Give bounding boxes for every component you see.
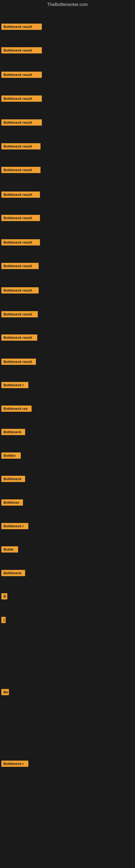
bottleneck-badge[interactable]: Bottleneck result [1,47,42,54]
bottleneck-badge[interactable]: Bottlenec [1,499,23,506]
bottleneck-badge[interactable]: Bottleneck [1,429,25,435]
bottleneck-item-26: | [1,617,6,624]
bottleneck-badge[interactable]: Bottleneck result [1,311,38,317]
bottleneck-badge[interactable]: Bottleneck result [1,24,42,30]
bottleneck-badge[interactable]: Bottleneck result [1,335,37,341]
bottleneck-item-2: Bottleneck result [1,47,42,55]
bottleneck-badge[interactable]: Bottleneck result [1,95,42,102]
bottleneck-badge[interactable]: Bottleneck res [1,405,32,412]
bottleneck-item-17: Bottleneck res [1,405,32,413]
bottleneck-item-11: Bottleneck result [1,263,39,270]
bottleneck-badge[interactable]: Bottleneck r [1,382,28,388]
bottleneck-item-7: Bottleneck result [1,167,41,174]
bottleneck-badge[interactable]: Bottleneck [1,476,25,482]
bottleneck-badge[interactable]: Bottleneck r [1,761,28,767]
bottleneck-badge[interactable]: Bottleneck result [1,215,40,221]
bottleneck-item-25: B [1,593,7,600]
bottleneck-badge[interactable]: Bottleneck r [1,523,28,529]
bottleneck-badge[interactable]: B [1,593,7,599]
bottleneck-item-19: Bottlen [1,453,21,460]
bottleneck-item-3: Bottleneck result [1,72,42,79]
bottleneck-item-28: Bottleneck r [1,761,28,768]
bottleneck-item-5: Bottleneck result [1,119,42,127]
bottleneck-badge[interactable]: Bo [1,689,9,695]
bottleneck-badge[interactable]: Bottleneck result [1,239,40,246]
bottleneck-badge[interactable]: Bottleneck result [1,191,40,198]
bottleneck-badge[interactable]: Bottleneck result [1,119,42,126]
bottleneck-item-4: Bottleneck result [1,95,42,103]
bottleneck-item-16: Bottleneck r [1,382,28,389]
bottleneck-item-22: Bottleneck r [1,523,28,530]
bottleneck-item-21: Bottlenec [1,499,23,507]
bottleneck-item-18: Bottleneck [1,429,25,436]
bottleneck-item-12: Bottleneck result [1,287,39,294]
bottleneck-item-9: Bottleneck result [1,215,40,222]
bottleneck-badge[interactable]: Bottleneck result [1,167,41,173]
bottleneck-item-24: Bottleneck [1,570,25,577]
bottleneck-badge[interactable]: Bottleneck result [1,143,41,150]
site-title: TheBottlenecker.com [0,0,135,8]
bottleneck-item-27: Bo [1,689,9,696]
bottleneck-item-20: Bottleneck [1,476,25,483]
bottleneck-badge[interactable]: Bottlen [1,453,21,459]
bottleneck-item-6: Bottleneck result [1,143,41,151]
bottleneck-badge[interactable]: Bottleneck result [1,263,39,269]
bottleneck-badge[interactable]: Bottle [1,546,18,553]
bottleneck-item-8: Bottleneck result [1,191,40,199]
bottleneck-badge[interactable]: | [1,617,6,623]
bottleneck-item-15: Bottleneck result [1,359,36,366]
bottleneck-item-23: Bottle [1,546,18,554]
bottleneck-badge[interactable]: Bottleneck [1,570,25,576]
bottleneck-item-10: Bottleneck result [1,239,40,247]
bottleneck-badge[interactable]: Bottleneck result [1,72,42,78]
bottleneck-item-14: Bottleneck result [1,335,37,342]
bottleneck-badge[interactable]: Bottleneck result [1,359,36,365]
bottleneck-badge[interactable]: Bottleneck result [1,287,39,293]
bottleneck-item-1: Bottleneck result [1,24,42,31]
bottleneck-item-13: Bottleneck result [1,311,38,318]
